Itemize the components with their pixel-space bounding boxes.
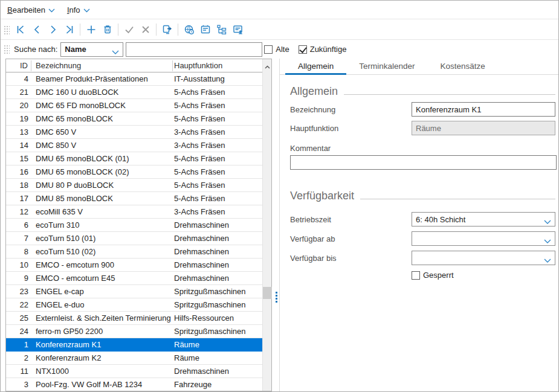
form-search-button[interactable] [230, 22, 246, 38]
ecoMill 635 V[interactable]: 12 ecoMill 635 V 3-Achs Fräsen [6, 205, 262, 219]
DMU 80 P duoBLOCK[interactable]: 18 DMU 80 P duoBLOCK 5-Achs Fräsen [6, 179, 262, 192]
betriebszeit-select[interactable]: 6: 40h Schicht [412, 212, 555, 227]
last-record-icon [63, 24, 76, 36]
DMC 160 U duoBLOCK[interactable]: 21 DMC 160 U duoBLOCK 5-Achs Fräsen [6, 86, 262, 99]
tree-view-button[interactable] [213, 22, 230, 38]
alte-checkbox-label[interactable]: Alte [276, 45, 289, 54]
app-window: Bearbeiten Info Suche nach: Name [0, 0, 559, 392]
copy-transfer-button[interactable] [159, 22, 175, 38]
DMC 850 V[interactable]: 14 DMC 850 V 3-Achs Fräsen [6, 139, 262, 152]
search-input[interactable] [126, 42, 262, 57]
toolbar-grip[interactable] [3, 25, 10, 35]
ecoTurn 310[interactable]: 6 ecoTurn 310 Drehmaschinen [6, 219, 262, 232]
copy-transfer-icon [161, 24, 173, 36]
verfuegbar-ab-label: Verfügbar ab [290, 234, 412, 243]
scrollbar-thumb[interactable] [263, 287, 272, 299]
column-header-bezeichnung[interactable]: Bezeichnung [31, 60, 173, 71]
Beamer Produkt-Präsentationen[interactable]: 4 Beamer Produkt-Präsentationen IT-Ausst… [6, 72, 262, 86]
toolbar [1, 20, 558, 40]
kommentar-input[interactable] [290, 155, 557, 170]
chevron-down-icon [83, 5, 90, 14]
ENGEL e-duo[interactable]: 22 ENGEL e-duo Spritzgußmaschinen [6, 298, 262, 312]
tab-kostensaetze[interactable]: Kostensätze [428, 59, 498, 75]
zukuenftige-checkbox[interactable] [299, 45, 307, 54]
verfuegbar-bis-label: Verfügbar bis [290, 254, 412, 263]
add-button[interactable] [83, 22, 99, 38]
cancel-button[interactable] [137, 22, 153, 38]
Pool-Fzg. VW Golf M-AB 1234[interactable]: 3 Pool-Fzg. VW Golf M-AB 1234 Fahrzeuge [6, 378, 262, 391]
section-allgemein-heading: Allgemein [290, 83, 555, 98]
verfuegbar-bis-select[interactable] [412, 251, 555, 265]
chevron-down-icon [544, 256, 551, 265]
search-field-selector[interactable]: Name [60, 42, 123, 57]
verfuegbar-ab-select[interactable] [412, 231, 555, 246]
chevron-down-icon [544, 237, 551, 246]
scroll-up-icon[interactable] [265, 62, 270, 71]
section-rule [360, 199, 555, 199]
tab-allgemein[interactable]: Allgemein [285, 59, 346, 75]
alte-checkbox[interactable] [264, 45, 273, 54]
DMU 65 monoBLOCK (02)[interactable]: 16 DMU 65 monoBLOCK (02) 5-Achs Fräsen [6, 165, 262, 179]
first-record-button[interactable] [12, 22, 28, 38]
resource-table: ID Bezeichnung Hauptfunktion 4 Beamer Pr… [5, 59, 272, 391]
hauptfunktion-input [412, 121, 555, 135]
last-record-button[interactable] [61, 22, 77, 38]
ENGEL e-cap[interactable]: 23 ENGEL e-cap Spritzgußmaschinen [6, 285, 262, 298]
DMC 65 monoBLOCK[interactable]: 19 DMC 65 monoBLOCK 5-Achs Fräsen [6, 112, 262, 126]
Externleist. & Sich.Zeiten Terminierung[interactable]: 25 Externleist. & Sich.Zeiten Terminieru… [6, 312, 262, 325]
confirm-button[interactable] [121, 22, 137, 38]
tree-view-icon [216, 24, 228, 36]
calendar-button[interactable] [197, 22, 213, 38]
menu-info[interactable]: Info [67, 5, 90, 14]
ecoTurn 510 (01)[interactable]: 7 ecoTurn 510 (01) Drehmaschinen [6, 232, 262, 245]
detail-tabs: AllgemeinTerminkalenderKostensätze [280, 59, 558, 75]
DMC 650 V[interactable]: 13 DMC 650 V 3-Achs Fräsen [6, 126, 262, 139]
gesperrt-checkbox[interactable] [412, 271, 420, 280]
ferro-m GP50 2200[interactable]: 24 ferro-m GP50 2200 Spritzgußmaschinen [6, 325, 262, 338]
Konferenzraum K2[interactable]: 2 Konferenzraum K2 Räume [6, 352, 262, 365]
column-header-id[interactable]: ID [6, 60, 31, 71]
Konferenzraum K1[interactable]: 1 Konferenzraum K1 Räume [6, 338, 262, 352]
gesperrt-row: Gesperrt [290, 271, 555, 280]
delete-button[interactable] [99, 22, 115, 38]
ecoTurn 510 (02)[interactable]: 8 ecoTurn 510 (02) Drehmaschinen [6, 245, 262, 259]
section-rule [344, 94, 555, 95]
DMU 65 monoBLOCK (01)[interactable]: 15 DMU 65 monoBLOCK (01) 5-Achs Fräsen [6, 152, 262, 165]
searchbar-grip[interactable] [3, 44, 10, 54]
NTX1000[interactable]: 11 NTX1000 Drehmaschinen [6, 365, 262, 378]
table-body: 4 Beamer Produkt-Präsentationen IT-Ausst… [6, 72, 262, 391]
DMC 65 FD monoBLOCK[interactable]: 20 DMC 65 FD monoBLOCK 5-Achs Fräsen [6, 99, 262, 112]
verfuegbar-ab-row: Verfügbar ab [290, 231, 555, 246]
menu-info-label: Info [67, 5, 80, 14]
check-icon [123, 24, 135, 36]
gesperrt-label[interactable]: Gesperrt [423, 271, 454, 280]
betriebszeit-value: 6: 40h Schicht [416, 215, 465, 224]
table-scrollbar[interactable] [262, 59, 271, 391]
world-clock-button[interactable] [181, 22, 197, 38]
chevron-down-icon [112, 48, 119, 57]
search-field-selector-value: Name [65, 45, 86, 54]
bezeichnung-input[interactable] [412, 102, 555, 117]
toolbar-separator [156, 24, 157, 36]
add-icon [85, 24, 97, 36]
menu-bearbeiten[interactable]: Bearbeiten [7, 5, 55, 14]
calendar-icon [199, 24, 212, 36]
zukuenftige-checkbox-label[interactable]: Zukünftige [310, 45, 347, 54]
EMCO - emcoturn E45[interactable]: 9 EMCO - emcoturn E45 Drehmaschinen [6, 272, 262, 285]
search-bar: Suche nach: Name Alte Zukünftige [1, 40, 558, 58]
column-header-hauptfunktion[interactable]: Hauptfunktion [173, 61, 271, 70]
panel-splitter[interactable] [274, 59, 279, 391]
tab-terminkalender[interactable]: Terminkalender [346, 59, 427, 75]
bezeichnung-row: Bezeichnung [290, 102, 555, 117]
menu-bar: Bearbeiten Info [1, 1, 558, 19]
x-icon [140, 24, 152, 36]
previous-record-button[interactable] [28, 22, 45, 38]
next-record-icon [47, 24, 59, 36]
first-record-icon [15, 24, 27, 36]
betriebszeit-label: Betriebszeit [290, 215, 412, 224]
next-record-button[interactable] [45, 22, 61, 38]
EMCO - emcoturn 900[interactable]: 10 EMCO - emcoturn 900 Drehmaschinen [6, 259, 262, 272]
trash-icon [102, 24, 114, 36]
DMU 85 monoBLOCK[interactable]: 17 DMU 85 monoBLOCK 5-Achs Fräsen [6, 192, 262, 205]
detail-form: Allgemein Bezeichnung Hauptfunktion Komm… [280, 75, 558, 280]
